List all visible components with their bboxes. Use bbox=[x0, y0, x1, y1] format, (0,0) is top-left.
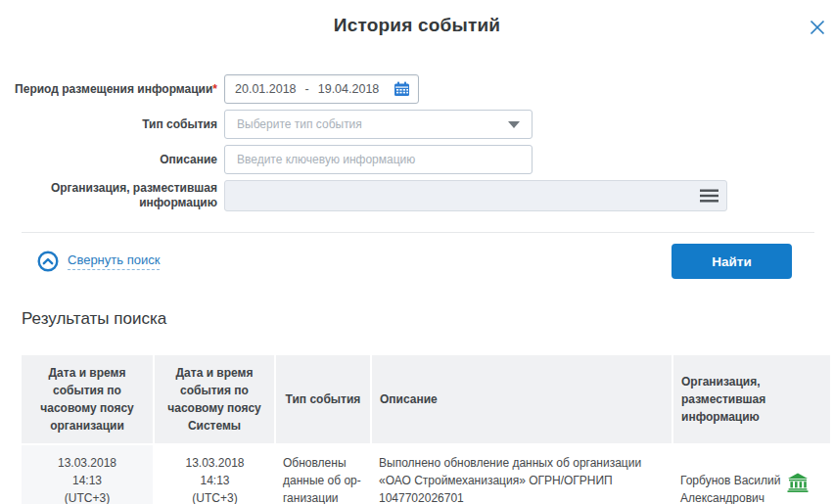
cell-organization: Горбунов Василий Александрович bbox=[672, 444, 830, 504]
event-history-modal: История событий Период размещения информ… bbox=[0, 15, 834, 504]
col-header-org-time: Дата и время события по часовому поясу о… bbox=[22, 355, 154, 444]
event-type-select[interactable]: Выберите тип события bbox=[224, 110, 533, 139]
hamburger-menu-icon[interactable] bbox=[700, 189, 718, 203]
form-divider bbox=[22, 232, 814, 233]
event-type-placeholder: Выберите тип события bbox=[237, 117, 362, 131]
collapse-search-label[interactable]: Свернуть поиск bbox=[68, 252, 160, 270]
cell-org-time: 13.03.2018 14:13 (UTC+3) bbox=[22, 444, 154, 504]
col-header-organization: Организация, разместившая информацию bbox=[672, 355, 830, 444]
results-title: Результаты поиска bbox=[22, 309, 834, 329]
table-header-row: Дата и время события по часовому поясу о… bbox=[22, 355, 830, 444]
search-form: Период размещения информации* 20.01.2018… bbox=[0, 74, 834, 211]
col-header-description: Описание bbox=[371, 355, 672, 444]
cell-description: Выполнено обновление данных об организац… bbox=[371, 444, 672, 504]
form-row-event-type: Тип события Выберите тип события bbox=[0, 110, 834, 139]
form-row-description: Описание bbox=[0, 145, 834, 174]
chevron-down-icon[interactable] bbox=[508, 121, 520, 128]
cell-system-time: 13.03.2018 14:13 (UTC+3) bbox=[154, 444, 275, 504]
actions-row: Свернуть поиск Найти bbox=[0, 243, 834, 280]
bank-building-icon[interactable] bbox=[787, 473, 809, 492]
required-asterisk: * bbox=[212, 82, 217, 96]
form-row-period: Период размещения информации* 20.01.2018… bbox=[0, 74, 834, 104]
organization-input[interactable] bbox=[224, 180, 727, 211]
date-from-value[interactable]: 20.01.2018 bbox=[235, 82, 297, 96]
date-to-value[interactable]: 19.04.2018 bbox=[318, 82, 380, 96]
period-label: Период размещения информации* bbox=[0, 82, 217, 97]
cell-event-type: Обновлены данные об ор- ганизации bbox=[275, 444, 371, 504]
calendar-icon[interactable] bbox=[394, 81, 410, 97]
results-table: Дата и время события по часовому поясу о… bbox=[22, 355, 830, 504]
col-header-system-time: Дата и время события по часовому поясу С… bbox=[154, 355, 275, 444]
organization-value-field[interactable] bbox=[237, 181, 700, 210]
organization-label: Организация, разместившая информацию bbox=[0, 181, 217, 210]
col-header-event-type: Тип события bbox=[275, 355, 371, 444]
collapse-search-link[interactable]: Свернуть поиск bbox=[37, 251, 160, 272]
event-type-label: Тип события bbox=[0, 117, 217, 132]
form-row-organization: Организация, разместившая информацию bbox=[0, 180, 834, 211]
organization-person-name: Горбунов Василий Александрович bbox=[680, 472, 780, 504]
table-row[interactable]: 13.03.2018 14:13 (UTC+3) 13.03.2018 14:1… bbox=[22, 444, 830, 504]
description-label: Описание bbox=[0, 153, 217, 167]
date-range-input[interactable]: 20.01.2018 - 19.04.2018 bbox=[224, 74, 419, 104]
chevron-up-circle-icon[interactable] bbox=[37, 251, 59, 272]
close-icon[interactable] bbox=[808, 18, 827, 37]
description-input[interactable] bbox=[224, 145, 533, 174]
date-separator: - bbox=[305, 82, 309, 96]
search-button[interactable]: Найти bbox=[672, 244, 792, 279]
page-title: История событий bbox=[0, 15, 834, 36]
